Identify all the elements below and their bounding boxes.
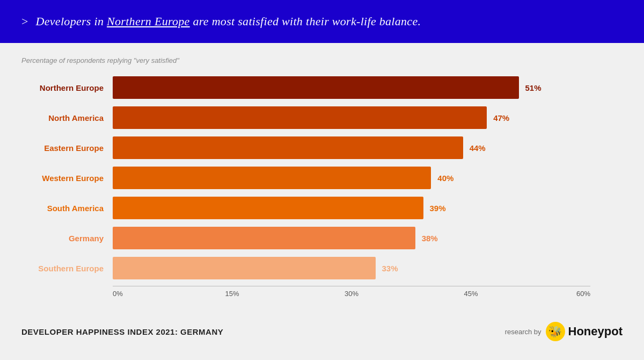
bar-value-label: 44%	[470, 143, 486, 153]
bar-fill: 47%	[113, 106, 487, 129]
bar-container: 40%	[113, 167, 590, 189]
bar-label: Germany	[19, 234, 110, 243]
x-axis-tick-label: 60%	[576, 290, 590, 298]
bar-value-label: 40%	[437, 174, 453, 183]
honeypot-bee-icon: 🐝	[546, 322, 565, 341]
honeypot-logo: 🐝 Honeypot	[546, 322, 623, 341]
bar-label: Eastern Europe	[19, 143, 110, 153]
header-text: > Developers in Northern Europe are most…	[21, 15, 421, 28]
bar-fill: 33%	[113, 257, 376, 279]
bar-container: 47%	[113, 106, 590, 129]
bar-fill: 44%	[113, 136, 463, 159]
bar-row: South America39%	[113, 196, 590, 220]
bar-label: South America	[19, 204, 110, 213]
bar-label: Northern Europe	[19, 83, 110, 92]
bars-container: Northern Europe51%North America47%Easter…	[113, 75, 590, 280]
bar-container: 38%	[113, 227, 590, 249]
bar-label: North America	[19, 113, 110, 123]
bar-row: Western Europe40%	[113, 165, 590, 190]
x-axis-tick-label: 30%	[345, 290, 358, 298]
chart-subtitle: Percentage of respondents replying "very…	[21, 56, 623, 64]
x-axis: 0%15%30%45%60%	[113, 286, 590, 299]
research-by-label: research by	[505, 328, 541, 336]
footer: DEVELOPER HAPPINESS INDEX 2021: GERMANY …	[0, 312, 644, 349]
main-content: Percentage of respondents replying "very…	[0, 43, 644, 310]
bar-fill: 51%	[113, 76, 519, 99]
header-banner: > Developers in Northern Europe are most…	[0, 0, 644, 43]
arrow-icon: >	[21, 15, 28, 28]
bar-row: Southern Europe33%	[113, 256, 590, 280]
bar-label: Southern Europe	[19, 264, 110, 273]
bar-value-label: 38%	[422, 234, 438, 243]
x-axis-tick-label: 15%	[225, 290, 239, 298]
x-axis-labels: 0%15%30%45%60%	[113, 286, 590, 299]
bar-fill: 40%	[113, 167, 431, 189]
bar-label: Western Europe	[19, 174, 110, 183]
header-text-after: are most satisfied with their work-life …	[190, 15, 421, 28]
bar-row: Germany38%	[113, 226, 590, 250]
honeypot-brand-name: Honeypot	[568, 325, 623, 339]
bar-fill: 39%	[113, 197, 423, 219]
bar-value-label: 47%	[493, 113, 509, 123]
bar-container: 39%	[113, 197, 590, 219]
header-text-before: Developers in	[36, 15, 107, 28]
bar-value-label: 39%	[429, 204, 445, 213]
header-highlight: Northern Europe	[107, 15, 190, 28]
bar-value-label: 51%	[525, 83, 541, 92]
bar-container: 51%	[113, 76, 590, 99]
bar-fill: 38%	[113, 227, 415, 249]
x-axis-tick-label: 0%	[113, 290, 123, 298]
bar-container: 33%	[113, 257, 590, 279]
bar-row: Northern Europe51%	[113, 75, 590, 100]
x-axis-tick-label: 45%	[464, 290, 478, 298]
chart-area: Northern Europe51%North America47%Easter…	[21, 75, 623, 299]
bar-value-label: 33%	[382, 264, 398, 273]
footer-brand: research by 🐝 Honeypot	[505, 322, 623, 341]
footer-title: DEVELOPER HAPPINESS INDEX 2021: GERMANY	[21, 327, 223, 336]
bar-row: Eastern Europe44%	[113, 135, 590, 160]
bar-container: 44%	[113, 136, 590, 159]
bar-row: North America47%	[113, 105, 590, 130]
